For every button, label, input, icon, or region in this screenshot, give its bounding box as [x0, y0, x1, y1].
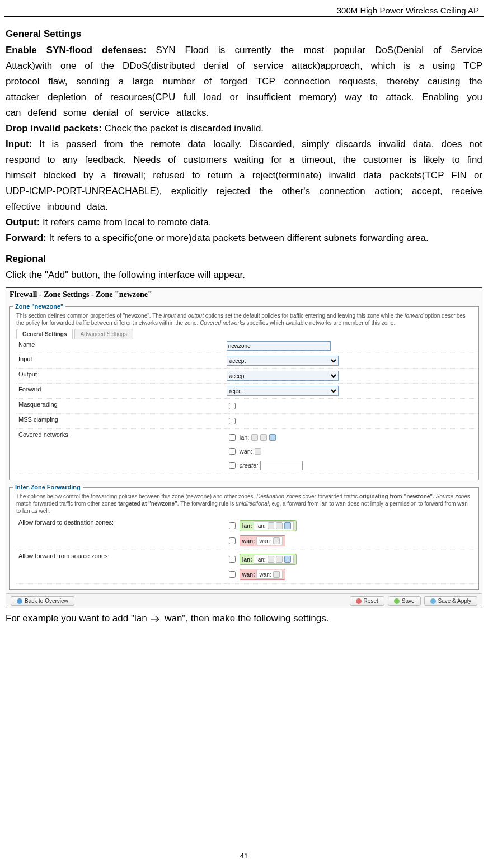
interzone-form: Allow forward to destination zones: lan:…: [16, 517, 478, 584]
page-header: 300M High Power Wireless Ceiling AP: [4, 6, 484, 17]
device-icon: [268, 556, 274, 563]
closing-text: For example you want to add "lan wan", t…: [6, 611, 482, 626]
reset-icon: [356, 598, 362, 604]
reset-button-label: Reset: [364, 598, 378, 604]
drop-packets-label: Drop invalid packets:: [6, 123, 102, 134]
wan-zone-label: wan:: [242, 572, 255, 578]
forward-field-label: Forward: [16, 384, 224, 399]
back-button-label: Back to Overview: [25, 598, 68, 604]
forward-label: Forward:: [6, 233, 46, 243]
syn-flood-paragraph: Enable SYN-flood defenses: SYN Flood is …: [6, 43, 482, 121]
regional-text: Click the "Add" button, the following in…: [6, 267, 482, 283]
document-body: General Settings Enable SYN-flood defens…: [6, 26, 482, 283]
lan-inner-text: lan:: [256, 556, 265, 563]
zone-legend: Zone "newzone": [13, 303, 65, 310]
tab-advanced-settings[interactable]: Advanced Settings: [74, 329, 133, 339]
drop-packets-text: Check the packet is discarded invalid.: [102, 123, 264, 134]
wan-zone-label: wan:: [242, 538, 255, 544]
page-number: 41: [0, 852, 488, 860]
izf-desc-strong: targeted at "newzone": [118, 501, 177, 507]
input-select[interactable]: accept: [227, 356, 339, 366]
covered-lan-label: lan:: [240, 434, 250, 441]
src-lan-checkbox[interactable]: [229, 556, 236, 563]
covered-networks-label: Covered networks: [16, 429, 224, 474]
zone-desc-text: specifies which available networks are m…: [245, 320, 395, 326]
output-paragraph: Output: It refers came from local to rem…: [6, 215, 482, 230]
forward-select[interactable]: reject: [227, 386, 339, 396]
wan-inner-text: wan:: [259, 538, 271, 544]
zone-desc-text: and: [176, 313, 188, 319]
izf-desc-em: Source zones: [436, 493, 470, 499]
output-label: Output:: [6, 217, 40, 228]
regional-heading: Regional: [6, 251, 482, 267]
tabs-row: General Settings Advanced Settings: [16, 329, 472, 339]
zone-fieldset: Zone "newzone" This section defines comm…: [9, 303, 479, 480]
interzone-description: The options below control the forwarding…: [16, 493, 472, 515]
device-icon: [284, 556, 291, 563]
drop-packets-paragraph: Drop invalid packets: Check the packet i…: [6, 121, 482, 136]
covered-create-label: create:: [240, 462, 259, 469]
covered-create-input[interactable]: [260, 461, 303, 470]
wan-inner-text: wan:: [259, 572, 271, 578]
name-label: Name: [16, 339, 224, 353]
device-icon: [269, 434, 276, 441]
dest-wan-checkbox[interactable]: [229, 537, 236, 544]
input-text: It is passed from the remote data locall…: [6, 139, 482, 212]
wan-zone-badge: wan: wan:: [240, 535, 285, 546]
lan-zone-badge: lan: lan:: [240, 554, 297, 565]
lan-inner-badge: lan:: [254, 555, 293, 564]
lan-inner-text: lan:: [256, 523, 265, 529]
device-icon: [260, 434, 267, 441]
closing-post: wan", then make the following settings.: [165, 613, 329, 624]
general-settings-heading: General Settings: [6, 26, 482, 43]
save-button-label: Save: [402, 598, 415, 604]
interzone-legend: Inter-Zone Forwarding: [13, 484, 83, 490]
lan-zone-label: lan:: [242, 556, 252, 563]
input-paragraph: Input: It is passed from the remote data…: [6, 136, 482, 215]
name-input[interactable]: [227, 341, 331, 351]
save-button[interactable]: Save: [388, 596, 421, 606]
forward-paragraph: Forward: It refers to a specific(one or …: [6, 230, 482, 246]
device-icon: [268, 522, 274, 529]
masquerading-checkbox[interactable]: [229, 403, 236, 409]
covered-wan-checkbox[interactable]: [229, 448, 236, 455]
src-zones-label: Allow forward from source zones:: [18, 553, 110, 559]
input-label: Input:: [6, 139, 32, 149]
input-field-label: Input: [16, 353, 224, 369]
zone-desc-em: forward: [405, 313, 423, 319]
wan-zone-badge: wan: wan:: [240, 569, 285, 580]
izf-desc-text: . The forwarding rule is: [177, 501, 236, 507]
zone-desc-em: output: [188, 313, 204, 319]
reset-button[interactable]: Reset: [350, 596, 384, 606]
output-field-label: Output: [16, 369, 224, 384]
dest-lan-checkbox[interactable]: [229, 522, 236, 529]
mss-clamping-checkbox[interactable]: [229, 418, 236, 424]
mss-clamping-label: MSS clamping: [16, 414, 224, 429]
output-select[interactable]: accept: [227, 371, 339, 381]
src-wan-checkbox[interactable]: [229, 571, 236, 578]
izf-desc-em: unidirectional: [236, 501, 269, 507]
zone-desc-text: This section defines common properties o…: [16, 313, 163, 319]
covered-lan-checkbox[interactable]: [229, 434, 236, 441]
device-icon: [276, 522, 283, 529]
forward-text: It refers to a specific(one or more)data…: [46, 233, 429, 243]
firewall-screenshot: Firewall - Zone Settings - Zone "newzone…: [6, 287, 482, 608]
button-bar: Back to Overview Reset Save Save & Apply: [6, 593, 482, 608]
closing-pre: For example you want to add "lan: [6, 613, 147, 624]
tab-general-settings[interactable]: General Settings: [16, 329, 73, 339]
izf-desc-text: cover forwarded traffic: [301, 493, 359, 499]
device-icon: [276, 556, 283, 563]
device-icon: [273, 537, 280, 544]
zone-desc-em: input: [163, 313, 176, 319]
device-icon: [284, 522, 291, 529]
back-to-overview-button[interactable]: Back to Overview: [11, 596, 74, 606]
izf-desc-text: The options below control the forwarding…: [16, 493, 256, 499]
device-icon: [255, 448, 261, 455]
dest-zones-label: Allow forward to destination zones:: [18, 519, 114, 526]
zone-form: Name Input accept Output accept Forward …: [16, 339, 478, 474]
output-text: It refers came from local to remote data…: [40, 217, 211, 228]
back-icon: [17, 598, 22, 604]
covered-create-checkbox[interactable]: [229, 462, 236, 469]
save-apply-button[interactable]: Save & Apply: [424, 596, 477, 606]
panel-title: Firewall - Zone Settings - Zone "newzone…: [6, 288, 482, 301]
